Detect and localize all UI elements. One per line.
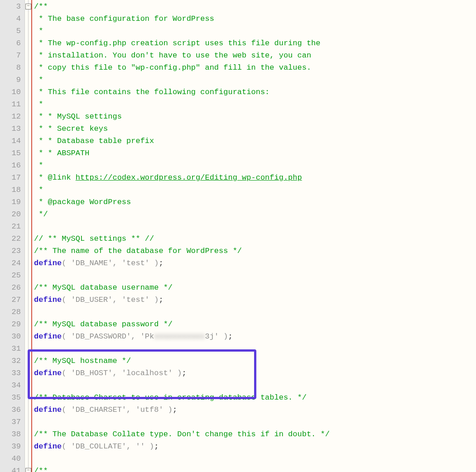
code-area[interactable]: /** * The base configuration for WordPre… bbox=[31, 0, 476, 472]
code-token: 'test' bbox=[122, 259, 149, 267]
line-number: 3 bbox=[0, 0, 24, 13]
code-line[interactable]: */ bbox=[31, 208, 476, 220]
code-token: 'Pk bbox=[140, 332, 154, 341]
code-token: ; bbox=[159, 259, 163, 267]
code-line[interactable]: * bbox=[31, 159, 476, 172]
code-line[interactable] bbox=[31, 379, 476, 391]
code-token: ( bbox=[62, 296, 71, 304]
code-line[interactable]: define( 'DB_HOST', 'localhost' ); bbox=[31, 367, 476, 379]
line-number: 35 bbox=[0, 391, 24, 404]
code-line[interactable]: * installation. You don't have to use th… bbox=[31, 49, 476, 62]
code-token: /** MySQL database password */ bbox=[34, 320, 173, 329]
code-line[interactable]: * * Secret keys bbox=[31, 123, 476, 135]
code-line[interactable]: * The base configuration for WordPress bbox=[31, 13, 476, 25]
code-token: /** The Database Collate type. Don't cha… bbox=[34, 430, 330, 439]
code-line[interactable]: * @package WordPress bbox=[31, 196, 476, 208]
code-line[interactable]: * * ABSPATH bbox=[31, 147, 476, 159]
code-line[interactable]: // ** MySQL settings ** // bbox=[31, 233, 476, 245]
code-line[interactable]: * @link https://codex.wordpress.org/Edit… bbox=[31, 172, 476, 184]
code-line[interactable] bbox=[31, 306, 476, 318]
code-line[interactable]: * copy this file to "wp-config.php" and … bbox=[31, 62, 476, 74]
line-number: 41 bbox=[0, 465, 24, 472]
line-number: 18 bbox=[0, 184, 24, 196]
line-number: 22 bbox=[0, 233, 24, 245]
code-token: ( bbox=[62, 442, 71, 451]
code-token: /** Database Charset to use in creating … bbox=[34, 393, 307, 402]
code-line[interactable]: * This file contains the following confi… bbox=[31, 86, 476, 98]
fold-column: −− bbox=[25, 0, 31, 472]
code-line[interactable]: * The wp-config.php creation script uses… bbox=[31, 37, 476, 49]
code-token: /** bbox=[34, 467, 48, 472]
line-number: 13 bbox=[0, 123, 24, 135]
code-token: ( bbox=[62, 259, 71, 267]
code-token: , bbox=[112, 369, 121, 377]
code-line[interactable]: /** MySQL hostname */ bbox=[31, 355, 476, 367]
code-line[interactable] bbox=[31, 416, 476, 428]
code-token: * The base configuration for WordPress bbox=[34, 14, 214, 23]
line-number: 11 bbox=[0, 98, 24, 110]
code-line[interactable] bbox=[31, 343, 476, 355]
code-token: , bbox=[112, 296, 121, 304]
code-token: xxxxxxxxxxx bbox=[154, 332, 205, 341]
code-line[interactable]: define( 'DB_NAME', 'test' ); bbox=[31, 257, 476, 269]
code-token: ( bbox=[62, 332, 71, 341]
line-number: 29 bbox=[0, 318, 24, 330]
code-token: define bbox=[34, 259, 62, 267]
code-line[interactable]: /** bbox=[31, 465, 476, 472]
code-token: define bbox=[34, 296, 62, 304]
line-number: 36 bbox=[0, 404, 24, 416]
code-token: , bbox=[112, 259, 121, 267]
code-editor[interactable]: 3456789101112131415161718192021222324252… bbox=[0, 0, 476, 472]
code-line[interactable]: define( 'DB_CHARSET', 'utf8' ); bbox=[31, 404, 476, 416]
code-token: ) bbox=[163, 405, 173, 414]
line-number: 37 bbox=[0, 416, 24, 428]
code-line[interactable]: define( 'DB_USER', 'test' ); bbox=[31, 294, 476, 306]
code-token: 'localhost' bbox=[122, 369, 173, 377]
code-token: * @package WordPress bbox=[34, 198, 131, 206]
code-token: 'test' bbox=[122, 296, 149, 304]
code-token: ( bbox=[62, 369, 71, 377]
code-token: // ** MySQL settings ** // bbox=[34, 234, 154, 243]
code-token: * installation. You don't have to use th… bbox=[34, 51, 311, 60]
line-number: 10 bbox=[0, 86, 24, 98]
code-line[interactable]: /** Database Charset to use in creating … bbox=[31, 391, 476, 404]
code-line[interactable]: /** The Database Collate type. Don't cha… bbox=[31, 428, 476, 440]
code-line[interactable]: * bbox=[31, 184, 476, 196]
line-number: 4 bbox=[0, 13, 24, 25]
code-token: ; bbox=[154, 442, 159, 451]
line-number: 28 bbox=[0, 306, 24, 318]
code-line[interactable]: define( 'DB_COLLATE', '' ); bbox=[31, 440, 476, 453]
line-number: 6 bbox=[0, 37, 24, 49]
line-number-gutter: 3456789101112131415161718192021222324252… bbox=[0, 0, 25, 472]
code-line[interactable]: /** MySQL database password */ bbox=[31, 318, 476, 330]
code-line[interactable] bbox=[31, 269, 476, 281]
code-token: * bbox=[34, 76, 43, 84]
fold-toggle-icon[interactable]: − bbox=[25, 468, 31, 472]
code-line[interactable]: /** bbox=[31, 0, 476, 13]
code-token: ) bbox=[219, 332, 228, 341]
code-line[interactable]: /** MySQL database username */ bbox=[31, 281, 476, 294]
code-token: ) bbox=[173, 369, 182, 377]
code-line[interactable]: /** The name of the database for WordPre… bbox=[31, 245, 476, 257]
line-number: 9 bbox=[0, 74, 24, 86]
code-token: 'DB_PASSWORD' bbox=[71, 332, 131, 341]
code-line[interactable] bbox=[31, 220, 476, 233]
code-token: * * ABSPATH bbox=[34, 149, 89, 157]
code-line[interactable]: * bbox=[31, 25, 476, 37]
code-line[interactable]: * * Database table prefix bbox=[31, 135, 476, 147]
code-token: * This file contains the following confi… bbox=[34, 88, 269, 96]
code-line[interactable]: * bbox=[31, 74, 476, 86]
code-line[interactable]: * * MySQL settings bbox=[31, 110, 476, 123]
line-number: 32 bbox=[0, 355, 24, 367]
line-number: 5 bbox=[0, 25, 24, 37]
code-token: 'DB_CHARSET' bbox=[71, 405, 126, 414]
line-number: 15 bbox=[0, 147, 24, 159]
code-token: * * MySQL settings bbox=[34, 112, 122, 121]
code-line[interactable]: define( 'DB_PASSWORD', 'Pkxxxxxxxxxxx3j'… bbox=[31, 330, 476, 343]
code-line[interactable] bbox=[31, 453, 476, 465]
code-token: ) bbox=[149, 259, 159, 267]
fold-toggle-icon[interactable]: − bbox=[25, 4, 31, 10]
line-number: 26 bbox=[0, 281, 24, 294]
line-number: 7 bbox=[0, 49, 24, 62]
code-line[interactable]: * bbox=[31, 98, 476, 110]
